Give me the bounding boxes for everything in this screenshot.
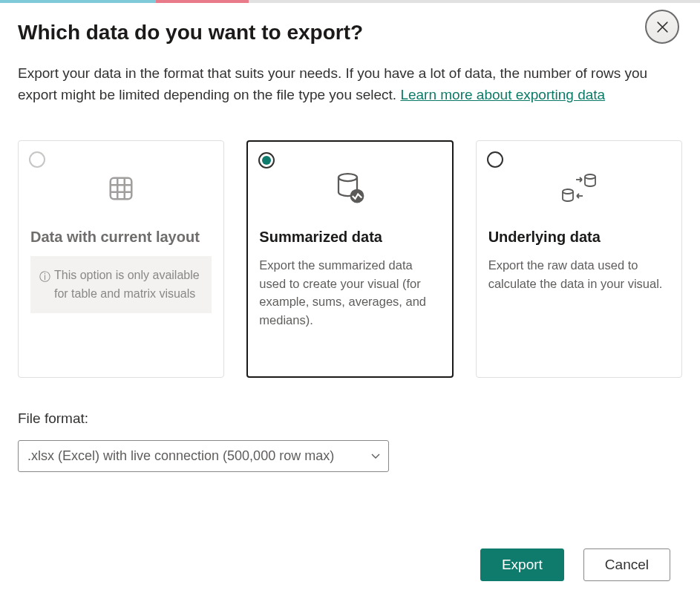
option-disabled-note: ⓘ This option is only available for tabl… — [30, 256, 212, 314]
export-dialog: Which data do you want to export? Export… — [0, 0, 700, 487]
option-desc: Export the summarized data used to creat… — [259, 256, 440, 330]
close-icon — [656, 21, 669, 33]
disabled-note-text: This option is only available for table … — [54, 266, 203, 304]
chevron-down-icon — [370, 450, 381, 462]
option-current-layout: Data with current layout ⓘ This option i… — [18, 140, 224, 378]
radio-current-layout — [29, 151, 45, 168]
radio-underlying[interactable] — [487, 151, 503, 168]
table-icon — [30, 159, 212, 218]
file-format-label: File format: — [18, 410, 682, 427]
export-button[interactable]: Export — [480, 548, 564, 581]
export-options: Data with current layout ⓘ This option i… — [18, 140, 682, 378]
dialog-footer: Export Cancel — [480, 548, 670, 581]
database-summary-icon — [259, 159, 440, 218]
learn-more-link[interactable]: Learn more about exporting data — [400, 87, 605, 102]
svg-point-8 — [585, 174, 595, 179]
option-title: Summarized data — [259, 229, 440, 246]
database-transfer-icon — [488, 159, 670, 218]
svg-point-5 — [338, 174, 357, 181]
svg-rect-0 — [111, 178, 132, 200]
dialog-title: Which data do you want to export? — [18, 21, 682, 45]
info-icon: ⓘ — [38, 266, 51, 304]
cancel-button[interactable]: Cancel — [583, 548, 670, 581]
file-format-select[interactable]: .xlsx (Excel) with live connection (500,… — [18, 440, 389, 472]
top-accent-bar — [0, 0, 700, 3]
option-underlying[interactable]: Underlying data Export the raw data used… — [476, 140, 682, 378]
dialog-intro: Export your data in the format that suit… — [18, 62, 664, 106]
svg-point-7 — [563, 189, 573, 194]
close-button[interactable] — [645, 10, 679, 44]
option-desc: Export the raw data used to calculate th… — [488, 256, 670, 293]
file-format-value: .xlsx (Excel) with live connection (500,… — [27, 448, 334, 464]
option-summarized[interactable]: Summarized data Export the summarized da… — [246, 140, 453, 378]
option-title: Underlying data — [488, 229, 670, 246]
option-title: Data with current layout — [30, 229, 212, 246]
